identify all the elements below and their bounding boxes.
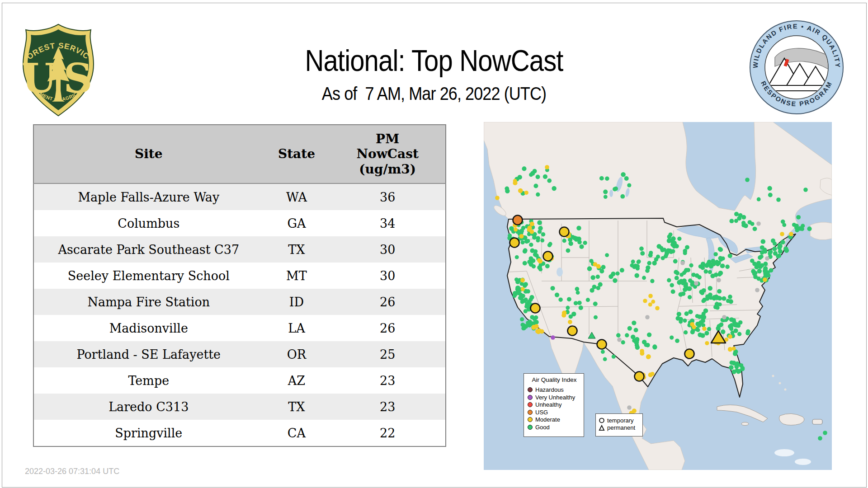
monitor-type-item: temporary — [599, 417, 640, 424]
table-row: TempeAZ23 — [33, 367, 446, 394]
column-header: Site — [33, 125, 264, 183]
site-cell: Springville — [33, 420, 264, 446]
column-header: PMNowCast(ug/m3) — [330, 125, 446, 183]
state-cell: WA — [264, 183, 330, 210]
air-quality-map: Air Quality Index HazardousVery Unhealth… — [484, 122, 832, 470]
pm-cell: 34 — [330, 210, 446, 236]
aqi-legend-item: Hazardous — [528, 386, 581, 394]
aqi-legend-item: USG — [528, 408, 581, 416]
table-row: Nampa Fire StationID26 — [33, 289, 446, 315]
pm-cell: 26 — [330, 315, 446, 341]
site-cell: Laredo C313 — [33, 394, 264, 420]
site-cell: Maple Falls-Azure Way — [33, 183, 264, 210]
aqi-legend-label: Good — [535, 424, 550, 430]
pm-cell: 30 — [330, 263, 446, 289]
pm-cell: 25 — [330, 341, 446, 367]
state-cell: GA — [264, 210, 330, 236]
site-cell: Columbus — [33, 210, 264, 236]
pm-cell: 30 — [330, 236, 446, 263]
pm-cell: 36 — [330, 183, 446, 210]
table-row: Portland - SE LafayetteOR25 — [33, 341, 446, 367]
aqi-swatch-icon — [528, 395, 533, 400]
site-cell: Ascarate Park Southeast C37 — [33, 236, 264, 263]
table-row: MadisonvilleLA26 — [33, 315, 446, 341]
pm-cell: 22 — [330, 420, 446, 446]
table-row: Seeley Elementary SchoolMT30 — [33, 263, 446, 289]
temporary-monitor-icon — [599, 417, 605, 423]
column-header: State — [264, 125, 330, 183]
aqi-legend-item: Very Unhealthy — [528, 394, 581, 401]
site-cell: Seeley Elementary School — [33, 263, 264, 289]
state-cell: TX — [264, 394, 330, 420]
table-row: ColumbusGA34 — [33, 210, 446, 236]
aqi-legend-label: Very Unhealthy — [535, 394, 575, 400]
aqi-legend-label: USG — [535, 409, 548, 415]
table-row: SpringvilleCA22 — [33, 420, 446, 446]
site-cell: Portland - SE Lafayette — [33, 341, 264, 367]
aqi-legend-item: Good — [528, 423, 581, 431]
pm-cell: 23 — [330, 367, 446, 394]
site-cell: Tempe — [33, 367, 264, 394]
state-cell: LA — [264, 315, 330, 341]
aqi-swatch-icon — [528, 387, 533, 392]
page-title: National: Top NowCast — [52, 43, 816, 78]
site-cell: Nampa Fire Station — [33, 289, 264, 315]
page-subtitle: As of 7 AM, Mar 26, 2022 (UTC) — [43, 84, 825, 104]
state-cell: ID — [264, 289, 330, 315]
state-cell: CA — [264, 420, 330, 446]
table-row: Ascarate Park Southeast C37TX30 — [33, 236, 446, 263]
site-cell: Madisonville — [33, 315, 264, 341]
monitor-type-label: temporary — [607, 418, 634, 423]
table-header: SiteStatePMNowCast(ug/m3) — [33, 125, 446, 183]
monitor-type-item: permanent — [599, 424, 640, 432]
table-row: Laredo C313TX23 — [33, 394, 446, 420]
aqi-legend: Air Quality Index HazardousVery Unhealth… — [524, 373, 584, 437]
aqi-legend-item: Moderate — [528, 416, 581, 424]
aqi-legend-label: Unhealthy — [535, 402, 562, 408]
top-nowcast-table: SiteStatePMNowCast(ug/m3) Maple Falls-Az… — [33, 124, 446, 447]
footer-timestamp: 2022-03-26 07:31:04 UTC — [25, 467, 119, 476]
monitor-type-legend: temporarypermanent — [595, 413, 643, 436]
monitor-type-label: permanent — [607, 425, 635, 431]
state-cell: AZ — [264, 367, 330, 394]
permanent-monitor-icon — [599, 425, 605, 431]
pm-cell: 26 — [330, 289, 446, 315]
aqi-swatch-icon — [528, 410, 533, 415]
aqi-legend-label: Hazardous — [535, 387, 564, 393]
aqi-legend-label: Moderate — [535, 417, 560, 422]
table-row: Maple Falls-Azure WayWA36 — [33, 183, 446, 210]
state-cell: TX — [264, 236, 330, 263]
aqi-legend-title: Air Quality Index — [528, 377, 581, 383]
aqi-swatch-icon — [528, 425, 533, 430]
state-cell: MT — [264, 263, 330, 289]
aqi-swatch-icon — [528, 402, 533, 407]
pm-cell: 23 — [330, 394, 446, 420]
state-cell: OR — [264, 341, 330, 367]
aqi-swatch-icon — [528, 417, 533, 422]
aqi-legend-item: Unhealthy — [528, 401, 581, 409]
